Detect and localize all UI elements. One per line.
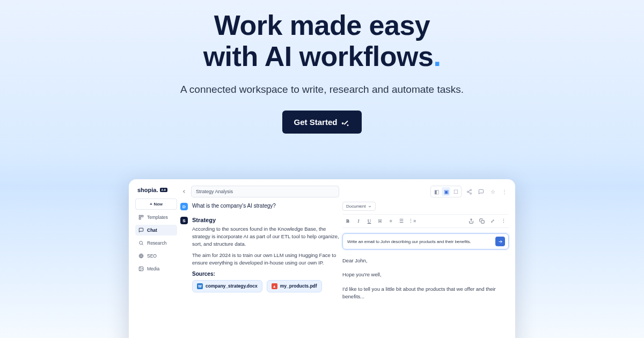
align-button[interactable]: ≡ bbox=[386, 217, 395, 225]
source-chip-pdf[interactable]: ▲ my_products.pdf bbox=[267, 280, 322, 292]
answer-paragraph-2: The aim for 2024 is to train our own LLM… bbox=[192, 252, 339, 267]
ai-avatar: S bbox=[180, 217, 188, 224]
templates-icon bbox=[138, 215, 144, 220]
export-icon bbox=[469, 218, 474, 224]
copy-icon bbox=[479, 218, 485, 224]
hero-subtitle: A connected workspace to write, research… bbox=[0, 84, 644, 95]
layout-toggle-1[interactable]: ◧ bbox=[432, 187, 441, 196]
layout-toggle-3[interactable]: ☐ bbox=[451, 187, 460, 196]
ai-message: S Strategy According to the sources foun… bbox=[180, 217, 339, 292]
panel-toolbar: ◧ ▣ ☐ ☆ ⋮ bbox=[342, 186, 509, 197]
svg-point-7 bbox=[470, 189, 471, 190]
share-button[interactable] bbox=[465, 187, 473, 196]
arrow-right-icon bbox=[498, 239, 503, 244]
globe-icon bbox=[138, 253, 144, 259]
italic-button[interactable]: I bbox=[354, 217, 363, 225]
pdf-file-icon: ▲ bbox=[272, 283, 277, 289]
user-question: What is the company's AI strategy? bbox=[192, 203, 339, 209]
list-button[interactable]: ☰ bbox=[397, 217, 406, 225]
underline-button[interactable]: U bbox=[365, 217, 374, 225]
answer-paragraph-1: According to the sources found in the Kn… bbox=[192, 225, 339, 247]
source-chip-docx[interactable]: W company_strategy.docx bbox=[192, 280, 262, 292]
chevron-left-icon bbox=[181, 189, 187, 194]
svg-point-3 bbox=[140, 241, 143, 245]
sidebar: shopia. 2.0 + New Templates Chat Researc… bbox=[135, 186, 177, 338]
chat-panel: D What is the company's AI strategy? S S… bbox=[180, 186, 339, 338]
sidebar-item-seo[interactable]: SEO bbox=[135, 251, 177, 261]
doc-line-3: I'd like to tell you a little bit about … bbox=[342, 285, 509, 301]
hero-title-line1: Work made easy bbox=[214, 10, 430, 41]
plus-icon: + bbox=[150, 202, 152, 207]
export-button[interactable] bbox=[467, 217, 475, 225]
svg-rect-2 bbox=[139, 218, 141, 219]
bullet-button[interactable]: ⋮≡ bbox=[408, 217, 416, 225]
svg-point-6 bbox=[140, 268, 141, 268]
user-avatar: D bbox=[180, 203, 188, 210]
prompt-text: Write an email to John describing our pr… bbox=[347, 239, 492, 244]
back-button[interactable] bbox=[180, 188, 188, 195]
hero-accent-dot: . bbox=[433, 41, 441, 72]
answer-heading: Strategy bbox=[192, 217, 339, 223]
expand-button[interactable]: ⤢ bbox=[488, 217, 497, 225]
ai-prompt-input[interactable]: Write an email to John describing our pr… bbox=[342, 233, 509, 249]
doc-more-button[interactable]: ⋮ bbox=[499, 217, 508, 225]
comment-button[interactable] bbox=[477, 187, 485, 196]
send-prompt-button[interactable] bbox=[495, 237, 505, 246]
svg-point-9 bbox=[470, 193, 471, 194]
svg-rect-0 bbox=[139, 215, 141, 217]
brand-logo: shopia. 2.0 bbox=[135, 186, 177, 196]
doc-line-1: Dear John, bbox=[342, 257, 509, 264]
format-toolbar: B I U H ≡ ☰ ⋮≡ ⤢ ⋮ bbox=[342, 214, 509, 228]
copy-button[interactable] bbox=[478, 217, 486, 225]
sources-heading: Sources: bbox=[192, 271, 339, 277]
svg-point-8 bbox=[467, 191, 469, 193]
search-icon bbox=[138, 240, 144, 246]
star-button[interactable]: ☆ bbox=[488, 187, 497, 196]
hero-title: Work made easy with AI workflows. bbox=[0, 10, 644, 72]
doc-line-2: Hope you're well, bbox=[342, 271, 509, 278]
comment-icon bbox=[478, 189, 484, 195]
cta-label: Get Started bbox=[294, 117, 338, 127]
chat-icon bbox=[138, 227, 144, 233]
sidebar-item-chat[interactable]: Chat bbox=[135, 225, 177, 236]
get-started-button[interactable]: Get Started bbox=[282, 111, 362, 134]
document-panel: ◧ ▣ ☐ ☆ ⋮ Document B I U H ≡ bbox=[342, 186, 509, 338]
new-button[interactable]: + New bbox=[135, 199, 177, 210]
thread-title-input[interactable] bbox=[191, 186, 339, 197]
image-icon bbox=[138, 266, 144, 271]
sidebar-item-templates[interactable]: Templates bbox=[135, 212, 177, 223]
more-button[interactable]: ⋮ bbox=[500, 187, 509, 196]
magic-wand-icon bbox=[341, 118, 350, 127]
user-message: D What is the company's AI strategy? bbox=[180, 203, 339, 210]
svg-rect-1 bbox=[142, 215, 143, 217]
share-icon bbox=[466, 189, 472, 195]
sidebar-item-research[interactable]: Research bbox=[135, 238, 177, 248]
hero-title-line2: with AI workflows bbox=[203, 41, 434, 72]
document-body[interactable]: Dear John, Hope you're well, I'd like to… bbox=[342, 257, 509, 307]
sidebar-item-media[interactable]: Media bbox=[135, 263, 177, 274]
svg-rect-10 bbox=[481, 221, 484, 223]
bold-button[interactable]: B bbox=[343, 217, 352, 225]
heading-button[interactable]: H bbox=[376, 217, 384, 225]
layout-toggle-2[interactable]: ▣ bbox=[442, 187, 450, 196]
document-type-select[interactable]: Document bbox=[342, 202, 376, 211]
app-preview: shopia. 2.0 + New Templates Chat Researc… bbox=[129, 179, 515, 338]
chevron-down-icon bbox=[368, 204, 372, 209]
docx-file-icon: W bbox=[197, 283, 203, 289]
version-badge: 2.0 bbox=[160, 188, 167, 192]
